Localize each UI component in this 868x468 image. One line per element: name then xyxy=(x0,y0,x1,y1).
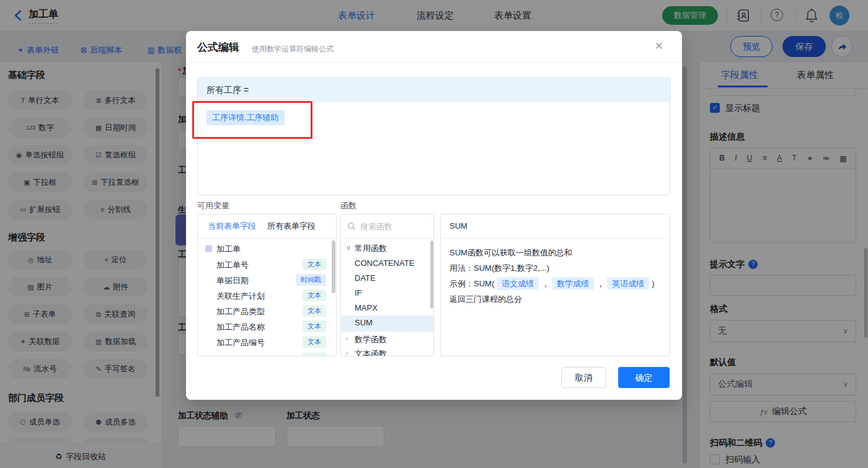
function-doc-usage: 用法：SUM(数字1,数字2,...) xyxy=(450,260,661,276)
annotation-box xyxy=(192,101,312,139)
variable-type-badge: 文本 xyxy=(303,320,326,332)
variable-row[interactable]: 关联生产计划文本 xyxy=(198,289,336,304)
function-group-text[interactable]: ›文本函数 xyxy=(341,347,433,356)
available-variables-label: 可用变量 xyxy=(197,200,229,211)
variable-row-partial[interactable] xyxy=(198,352,336,356)
variable-type-badge: 时间戳 xyxy=(296,274,326,286)
dialog-subtitle: 使用数学运算符编辑公式 xyxy=(252,44,334,55)
function-doc-panel: SUM SUM函数可以获取一组数值的总和 用法：SUM(数字1,数字2,...)… xyxy=(440,214,670,356)
function-search-box[interactable]: 搜索函数 xyxy=(341,214,433,239)
variable-row[interactable]: 加工单号文本 xyxy=(198,258,336,273)
function-doc-desc: SUM函数可以获取一组数值的总和 xyxy=(450,245,661,260)
functions-scrollbar[interactable] xyxy=(430,241,433,309)
function-item-concatenate[interactable]: CONCATENATE xyxy=(341,257,433,272)
example-token: 数学成绩 xyxy=(552,277,594,290)
variables-panel: 当前表单字段 所有表单字段 ▤加工单 加工单号文本 单据日期时间戳 关联生产计划… xyxy=(197,214,337,356)
functions-panel: 搜索函数 ∨常用函数 CONCATENATE DATE IF MAPX SUM … xyxy=(340,214,434,356)
caret-open-icon: ∨ xyxy=(346,244,351,252)
dialog-title: 公式编辑 xyxy=(197,40,239,55)
variable-row[interactable]: 单据日期时间戳 xyxy=(198,273,336,289)
formula-target: 所有工序 = xyxy=(198,78,670,102)
search-icon xyxy=(347,222,356,231)
variable-row[interactable]: 加工产品名称文本 xyxy=(198,320,336,335)
group-label: 常用函数 xyxy=(355,243,387,254)
variable-name: 加工产品编号 xyxy=(216,337,265,348)
variable-name: 加工产品类型 xyxy=(216,306,265,317)
variables-tabs: 当前表单字段 所有表单字段 xyxy=(198,214,336,239)
variable-name: 关联生产计划 xyxy=(216,291,265,302)
function-group-math[interactable]: ›数学函数 xyxy=(341,333,433,348)
variable-type-badge: 文本 xyxy=(303,289,326,301)
confirm-button[interactable]: 确定 xyxy=(618,367,670,388)
divider xyxy=(186,62,682,63)
variable-type-badge: 文本 xyxy=(303,258,326,270)
tab-all-form-fields[interactable]: 所有表单字段 xyxy=(267,221,316,232)
variables-root-label: 加工单 xyxy=(216,244,241,255)
variable-name: 单据日期 xyxy=(216,275,249,286)
example-token: 语文成绩 xyxy=(497,277,539,290)
variable-name: 加工单号 xyxy=(216,260,249,271)
function-item-date[interactable]: DATE xyxy=(341,272,433,287)
formula-edit-dialog: 公式编辑 使用数学运算符编辑公式 ✕ 所有工序 = 工序详情.工序辅助 可用变量… xyxy=(186,31,682,400)
caret-closed-icon: › xyxy=(346,335,348,342)
variable-type-badge: 文本 xyxy=(303,305,326,317)
function-item-sum[interactable]: SUM xyxy=(341,316,433,332)
function-item-if[interactable]: IF xyxy=(341,287,433,302)
function-group-common[interactable]: ∨常用函数 xyxy=(341,242,433,257)
variable-row[interactable]: 加工产品类型文本 xyxy=(198,304,336,320)
app-window: 加工单 表单设计 流程设定 表单设置 数据管理 ? 检 ⚭表单外链 ⊠后端脚本 … xyxy=(0,0,868,468)
variable-type-badge: 文本 xyxy=(303,336,326,348)
function-doc-title: SUM xyxy=(441,214,670,239)
variable-name: 加工产品名称 xyxy=(216,322,265,333)
search-placeholder: 搜索函数 xyxy=(360,221,392,232)
tab-current-form-fields[interactable]: 当前表单字段 xyxy=(208,221,256,232)
caret-closed-icon: › xyxy=(346,349,348,356)
function-doc-example: 示例：SUM(语文成绩，数学成绩，英语成绩)返回三门课程的总分 xyxy=(450,276,661,307)
variable-type-badge-partial xyxy=(301,353,326,356)
functions-label: 函数 xyxy=(340,200,356,211)
group-label: 文本函数 xyxy=(355,348,387,356)
group-label: 数学函数 xyxy=(355,334,387,345)
variables-root-row[interactable]: ▤加工单 xyxy=(198,242,336,257)
close-icon[interactable]: ✕ xyxy=(655,40,663,53)
function-item-mapx[interactable]: MAPX xyxy=(341,302,433,317)
form-doc-icon: ▤ xyxy=(205,244,212,252)
cancel-button[interactable]: 取消 xyxy=(561,367,606,388)
function-doc-body: SUM函数可以获取一组数值的总和 用法：SUM(数字1,数字2,...) 示例：… xyxy=(441,239,670,313)
example-token: 英语成绩 xyxy=(607,277,649,290)
variables-scrollbar[interactable] xyxy=(332,241,335,293)
variable-row[interactable]: 加工产品编号文本 xyxy=(198,335,336,351)
